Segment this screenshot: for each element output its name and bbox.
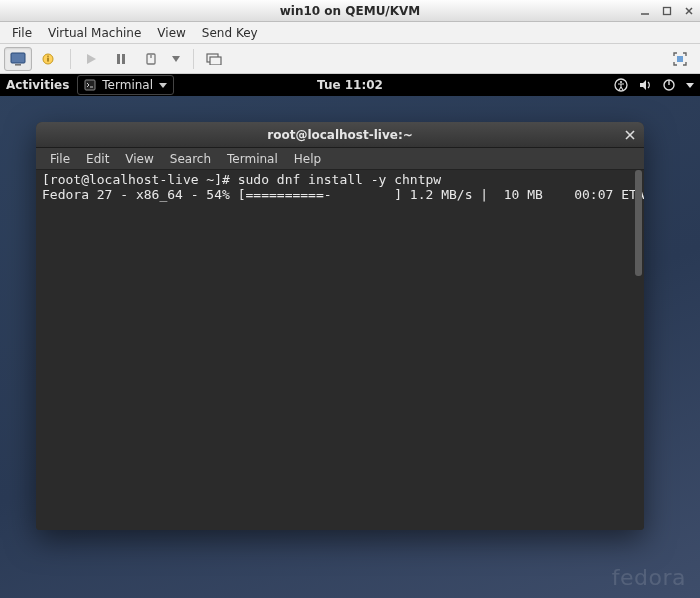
svg-marker-14 — [172, 56, 180, 62]
terminal-close-button[interactable] — [622, 127, 638, 143]
system-status-area[interactable] — [614, 78, 694, 92]
svg-rect-5 — [15, 64, 21, 66]
fedora-watermark: fedora — [612, 565, 686, 590]
maximize-button[interactable] — [660, 4, 674, 18]
svg-marker-25 — [686, 83, 694, 88]
clock[interactable]: Tue 11:02 — [317, 78, 383, 92]
close-button[interactable] — [682, 4, 696, 18]
shutdown-button[interactable] — [137, 47, 165, 71]
svg-rect-4 — [11, 53, 25, 63]
terminal-title: root@localhost-live:~ — [267, 128, 413, 142]
terminal-app-icon — [84, 79, 96, 91]
svg-rect-17 — [677, 56, 683, 62]
vm-menu-view[interactable]: View — [149, 23, 193, 43]
toolbar-divider-2 — [193, 49, 194, 69]
vm-menu-vm[interactable]: Virtual Machine — [40, 23, 149, 43]
svg-point-21 — [620, 81, 622, 83]
console-view-button[interactable] — [4, 47, 32, 71]
run-button[interactable] — [77, 47, 105, 71]
vm-window-titlebar: win10 on QEMU/KVM — [0, 0, 700, 22]
toolbar-divider — [70, 49, 71, 69]
gnome-topbar: Activities Terminal Tue 11:02 — [0, 74, 700, 96]
terminal-body[interactable]: [root@localhost-live ~]# sudo dnf instal… — [36, 170, 644, 530]
fullscreen-button[interactable] — [666, 47, 694, 71]
vm-toolbar — [0, 44, 700, 74]
minimize-button[interactable] — [638, 4, 652, 18]
terminal-menu-view[interactable]: View — [117, 149, 161, 169]
terminal-menu-help[interactable]: Help — [286, 149, 329, 169]
topbar-app-indicator[interactable]: Terminal — [77, 75, 174, 95]
vm-menu-file[interactable]: File — [4, 23, 40, 43]
terminal-line-1: [root@localhost-live ~]# sudo dnf instal… — [42, 172, 441, 187]
vm-menubar: File Virtual Machine View Send Key — [0, 22, 700, 44]
shutdown-menu-button[interactable] — [167, 47, 185, 71]
terminal-window: root@localhost-live:~ File Edit View Sea… — [36, 122, 644, 530]
svg-rect-1 — [664, 7, 671, 14]
svg-marker-9 — [87, 54, 96, 64]
terminal-menu-terminal[interactable]: Terminal — [219, 149, 286, 169]
svg-rect-10 — [117, 54, 120, 64]
svg-rect-7 — [47, 55, 48, 56]
svg-rect-11 — [122, 54, 125, 64]
vm-window-controls — [638, 0, 696, 21]
svg-rect-18 — [85, 80, 95, 90]
chevron-down-icon — [686, 83, 694, 88]
terminal-menu-search[interactable]: Search — [162, 149, 219, 169]
vm-menu-sendkey[interactable]: Send Key — [194, 23, 266, 43]
terminal-menubar: File Edit View Search Terminal Help — [36, 148, 644, 170]
terminal-scrollbar[interactable] — [635, 170, 642, 524]
svg-rect-8 — [47, 57, 48, 61]
terminal-titlebar[interactable]: root@localhost-live:~ — [36, 122, 644, 148]
guest-viewport: Activities Terminal Tue 11:02 — [0, 74, 700, 598]
volume-icon — [638, 78, 652, 92]
scrollbar-thumb[interactable] — [635, 170, 642, 276]
svg-marker-19 — [159, 83, 167, 88]
details-view-button[interactable] — [34, 47, 62, 71]
chevron-down-icon — [159, 83, 167, 88]
activities-button[interactable]: Activities — [6, 78, 69, 92]
terminal-menu-edit[interactable]: Edit — [78, 149, 117, 169]
svg-marker-22 — [640, 80, 646, 90]
accessibility-icon — [614, 78, 628, 92]
svg-rect-16 — [210, 57, 221, 65]
topbar-app-label: Terminal — [102, 78, 153, 92]
power-icon — [662, 78, 676, 92]
snapshots-button[interactable] — [200, 47, 228, 71]
terminal-line-2: Fedora 27 - x86_64 - 54% [==========- ] … — [42, 187, 644, 202]
vm-window-title: win10 on QEMU/KVM — [280, 4, 421, 18]
pause-button[interactable] — [107, 47, 135, 71]
terminal-menu-file[interactable]: File — [42, 149, 78, 169]
